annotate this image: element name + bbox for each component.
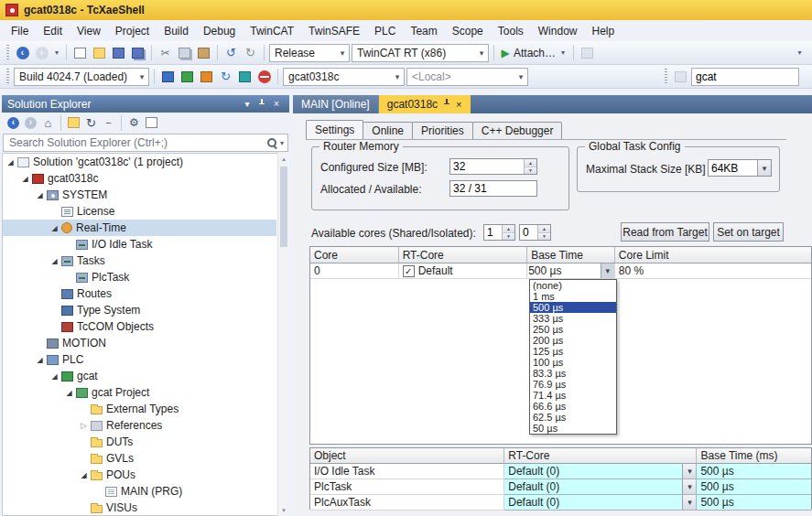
solution-configuration-combo[interactable]: Release ▾ [269,44,350,62]
tree-item-visus[interactable]: VISUs [3,500,276,516]
attach-play-icon[interactable]: ▶ [499,44,512,61]
undo-icon[interactable]: ↺ [222,44,240,61]
close-tab-icon[interactable]: × [456,100,461,110]
save-icon[interactable] [110,44,127,61]
menu-tools[interactable]: Tools [491,22,531,40]
tree-item-external-types[interactable]: External Types [3,401,276,417]
menu-debug[interactable]: Debug [196,22,243,40]
toolbar-grip[interactable] [665,69,667,84]
dropdown-option[interactable]: 50 µs [530,423,616,434]
task-row-plcauxtask[interactable]: PlcAuxTask Default (0) ▾ 500 µs [310,495,811,511]
chevron-down-icon[interactable]: ▾ [682,495,696,510]
navigation-dropdown-icon[interactable]: ▾ [52,44,61,61]
open-file-icon[interactable] [91,44,108,61]
tree-item-gcat-project[interactable]: ◢ gcat Project [3,384,276,401]
pin-icon[interactable] [254,98,269,110]
detach-icon[interactable] [579,44,596,61]
tree-item-solution[interactable]: ◢ Solution 'gcat0318c' (1 project) [3,154,276,170]
basetime-combo[interactable]: 500 µs ▾ [527,263,614,279]
free-run-icon[interactable] [672,68,689,85]
dropdown-option[interactable]: 83.3 µs [530,368,616,379]
twincat-config-mode-icon[interactable] [159,68,177,85]
solution-platform-combo[interactable]: TwinCAT RT (x86) ▾ [352,44,489,62]
expand-arrow-icon[interactable]: ◢ [34,191,46,199]
menu-team[interactable]: Team [403,22,444,40]
solution-search-input[interactable] [7,135,266,150]
tree-item-plc[interactable]: ◢ PLC [3,351,276,368]
dropdown-option[interactable]: 66.6 µs [530,401,616,412]
sync-with-active-document-icon[interactable] [66,115,81,131]
scrollbar-thumb[interactable] [280,167,287,247]
tree-item-pous[interactable]: ◢ POUs [3,467,276,483]
expand-arrow-icon[interactable]: ◢ [19,175,31,183]
column-header-object[interactable]: Object [310,448,504,464]
pin-tab-icon[interactable] [442,98,451,111]
tree-scrollbar[interactable]: ▲ ▼ [277,153,289,516]
tree-item-references[interactable]: ▷ References [3,417,276,434]
solution-explorer-titlebar[interactable]: Solution Explorer ▾ × [2,95,289,113]
stack-size-combo[interactable]: ▾ [708,159,772,177]
collapse-arrow-icon[interactable]: ▷ [78,421,90,430]
collapse-all-icon[interactable]: − [101,115,116,131]
menu-window[interactable]: Window [531,22,585,40]
basetime-cell[interactable]: 500 µs [697,479,811,495]
menu-scope[interactable]: Scope [445,22,491,40]
toolbar-grip[interactable] [6,45,9,60]
twincat-stop-icon[interactable] [255,68,273,85]
close-icon[interactable]: × [269,99,284,109]
basetime-cell[interactable]: 500 µs [697,495,811,511]
tree-item-realtime[interactable]: ◢ Real-Time [3,220,276,236]
menu-twinsafe[interactable]: TwinSAFE [301,22,367,40]
tree-item-project[interactable]: ◢ gcat0318c [3,170,276,187]
paste-icon[interactable] [195,44,212,61]
navigate-forward-icon[interactable]: › [33,44,50,61]
expand-arrow-icon[interactable]: ◢ [49,257,60,265]
dropdown-option[interactable]: 125 µs [530,346,616,357]
tree-item-license[interactable]: License [3,203,276,220]
dropdown-option[interactable]: 200 µs [530,335,616,346]
dropdown-option-selected[interactable]: 500 µs [530,302,616,313]
save-all-icon[interactable] [129,44,146,61]
window-menu-icon[interactable]: ▾ [240,99,254,109]
scroll-down-icon[interactable]: ▼ [278,504,289,516]
task-row-io-idle[interactable]: I/O Idle Task Default (0) ▾ 500 µs [310,464,811,479]
shared-cores-field[interactable]: ▲ ▼ [483,224,515,241]
doc-tab-main-online[interactable]: MAIN [Online] [293,95,379,113]
tree-item-tccom-objects[interactable]: TcCOM Objects [3,318,276,335]
basetime-cell[interactable]: 500 µs [697,464,811,479]
toolbar-grip[interactable] [6,69,9,84]
expand-arrow-icon[interactable]: ◢ [49,372,60,381]
column-header-basetime-ms[interactable]: Base Time (ms) [697,448,811,464]
navigate-back-icon[interactable]: ‹ [14,44,31,61]
spinner[interactable]: ▲ ▼ [537,225,550,240]
twincat-activate-config-icon[interactable] [198,68,215,85]
isolated-cores-field[interactable]: ▲ ▼ [519,224,551,241]
dropdown-option[interactable]: 100 µs [530,357,616,368]
core-cell[interactable]: 0 [310,263,399,279]
basetime-cell[interactable]: 500 µs ▾ [527,263,615,279]
tree-item-tasks[interactable]: ◢ Tasks [3,253,276,269]
chevron-down-icon[interactable]: ▾ [682,479,696,494]
rtcore-combo-cell[interactable]: Default (0) ▾ [504,464,697,479]
task-row-plctask[interactable]: PlcTask Default (0) ▾ 500 µs [310,479,811,495]
cut-icon[interactable]: ✂ [157,44,174,61]
dropdown-option[interactable]: 71.4 µs [530,390,616,401]
forward-icon[interactable]: › [23,115,38,131]
dropdown-option[interactable]: 1 ms [530,291,616,302]
menu-edit[interactable]: Edit [36,22,70,40]
twincat-run-mode-icon[interactable] [179,68,196,85]
menu-twincat[interactable]: TwinCAT [243,22,301,40]
expand-arrow-icon[interactable]: ◢ [5,158,16,167]
rtcore-cell[interactable]: ✓ Default [399,263,528,279]
active-project-combo[interactable]: gcat0318c ▾ [283,68,405,86]
target-system-combo[interactable]: <Local> ▾ [406,68,528,86]
search-options-icon[interactable]: ▾ [280,139,284,147]
object-cell[interactable]: PlcTask [310,479,504,495]
doc-tab-gcat0318c[interactable]: gcat0318c × [379,95,471,113]
dropdown-option[interactable]: 333 µs [530,313,616,324]
copy-icon[interactable] [176,44,193,61]
tree-item-io-idle-task[interactable]: I/O Idle Task [3,236,276,253]
corelimit-cell[interactable]: 80 % [615,263,811,279]
menu-help[interactable]: Help [584,22,622,40]
column-header-rtcore[interactable]: RT-Core [399,247,527,263]
